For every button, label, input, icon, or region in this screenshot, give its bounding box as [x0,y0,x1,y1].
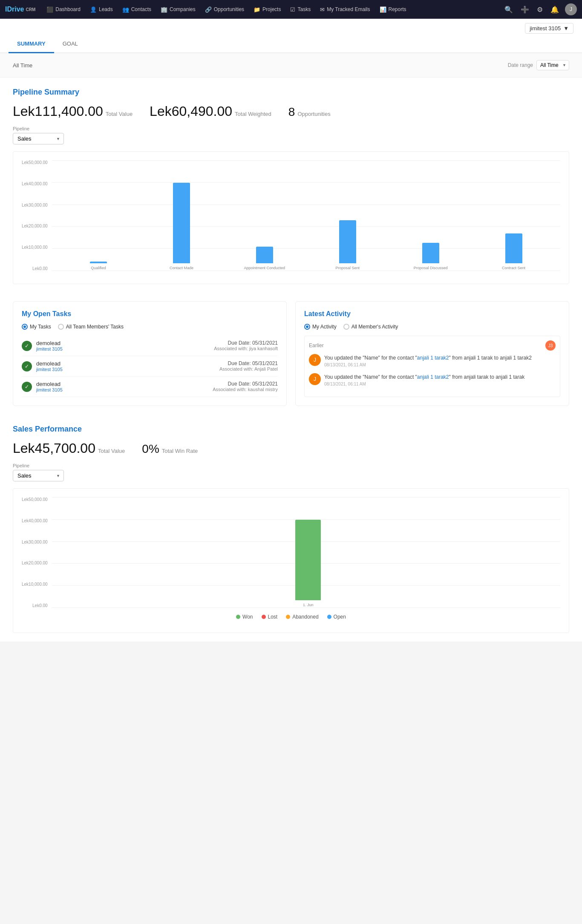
add-icon[interactable]: ➕ [519,4,531,15]
legend-dot [327,615,331,619]
radio-my-tasks[interactable]: My Tasks [22,324,51,330]
sales-performance-section: Sales Performance Lek45,700.00 Total Val… [0,415,582,642]
chart-area: Lek50,000.00 Lek40,000.00 Lek30,000.00 L… [22,160,560,271]
opportunities-count: 8 [288,105,295,119]
brand-logo[interactable]: IDriveCRM [5,6,35,13]
all-time-label: All Time [13,62,32,69]
sales-total-value: Lek45,700.00 [13,440,95,456]
sales-win-rate: 0% [142,442,159,456]
sales-y-label-1: Lek10,000.00 [22,582,48,587]
reports-icon: 📊 [380,6,386,13]
nav-tracked-emails[interactable]: ✉ My Tracked Emails [316,4,374,15]
date-range-group: Date range All Time [508,60,569,70]
legend-label: Abandoned [292,614,318,620]
activity-section-earlier: Earlier J3 [309,340,556,351]
bar [256,247,273,264]
open-tasks-card: My Open Tasks My Tasks All Team Members'… [13,301,287,406]
task-owner[interactable]: jimitest 3105 [36,346,210,351]
sales-chart-area: Lek50,000.00 Lek40,000.00 Lek30,000.00 L… [22,497,560,608]
pipeline-bar-chart: Lek50,000.00 Lek40,000.00 Lek30,000.00 L… [13,151,569,284]
task-item: ✓ demolead jimitest 3105 Due Date: 05/31… [22,336,278,356]
sales-y-axis: Lek50,000.00 Lek40,000.00 Lek30,000.00 L… [22,497,52,608]
activity-scroll[interactable]: Earlier J3 J You updated the "Name" for … [304,336,560,397]
date-range-select[interactable]: All Time [536,60,569,70]
dashboard-icon: ⬛ [46,6,53,13]
activity-avatar: J [309,354,321,366]
task-owner[interactable]: jimitest 3105 [36,387,208,392]
y-label-4: Lek40,000.00 [22,181,48,186]
opportunities-icon: 🔗 [205,6,212,13]
activity-link[interactable]: anjali 1 tarak2 [417,355,449,361]
nav-contacts[interactable]: 👥 Contacts [118,4,156,15]
sales-performance-title: Sales Performance [13,425,569,434]
legend-label: Lost [268,614,278,620]
chart-bars-area: QualifiedContact MadeAppointment Conduct… [52,160,560,271]
tab-goal[interactable]: GOAL [54,35,86,53]
bar-label: Proposal Discussed [414,266,448,271]
search-icon[interactable]: 🔍 [503,4,515,15]
pipeline-select-wrapper: Sales [13,133,64,144]
y-label-1: Lek10,000.00 [22,245,48,250]
legend-dot [236,615,240,619]
nav-leads[interactable]: 👤 Leads [86,4,117,15]
two-col-section: My Open Tasks My Tasks All Team Members'… [0,293,582,415]
notifications-icon[interactable]: 🔔 [549,4,561,15]
task-due-date: Due Date: 05/31/2021 [219,360,278,366]
sales-chart-bars-row: 1. Jun [52,497,560,608]
settings-icon[interactable]: ⚙ [535,4,545,15]
pipeline-label: Pipeline [13,126,569,131]
activity-radio-row: My Activity All Member's Activity [304,324,560,330]
task-name: demolead [36,381,208,387]
radio-my-tasks-dot [22,324,28,330]
radio-my-activity[interactable]: My Activity [304,324,337,330]
nav-companies[interactable]: 🏢 Companies [156,4,200,15]
user-avatar[interactable]: J [565,3,577,15]
user-dropdown[interactable]: jimitest 3105 ▼ [525,23,573,34]
nav-reports[interactable]: 📊 Reports [375,4,411,15]
task-info: demolead jimitest 3105 [36,360,215,372]
sales-pipeline-label: Pipeline [13,463,569,468]
sales-chart-bars-area: 1. Jun [52,497,560,608]
opportunities-stat: 8 Opportunities [288,105,331,119]
email-icon: ✉ [320,6,325,13]
task-associated: Associated with: Anjali Patel [219,366,278,371]
tab-summary[interactable]: SUMMARY [9,35,54,53]
radio-all-activity[interactable]: All Member's Activity [343,324,398,330]
bar [422,243,439,263]
nav-tasks[interactable]: ☑ Tasks [286,4,315,15]
bar [90,262,107,263]
task-due-date: Due Date: 05/31/2021 [213,381,278,387]
chart-legend: WonLostAbandonedOpen [22,614,560,620]
nav-items: ⬛ Dashboard 👤 Leads 👥 Contacts 🏢 Compani… [42,4,503,15]
navbar: IDriveCRM ⬛ Dashboard 👤 Leads 👥 Contacts… [0,0,582,19]
bar-group: Appointment Conducted [226,247,303,271]
sales-y-label-5: Lek50,000.00 [22,497,48,502]
nav-projects[interactable]: 📁 Projects [249,4,285,15]
total-value-label: Total Value [106,111,133,117]
task-owner[interactable]: jimitest 3105 [36,367,215,372]
latest-activity-title: Latest Activity [304,310,560,318]
pipeline-dropdown-row: Pipeline Sales [13,126,569,144]
summary-stats: Lek111,400.00 Total Value Lek60,490.00 T… [13,104,569,119]
bar-group: Contract Sent [475,233,552,271]
radio-all-tasks[interactable]: All Team Members' Tasks [58,324,124,330]
y-label-2: Lek20,000.00 [22,224,48,228]
sales-pipeline-select[interactable]: Sales [13,470,64,481]
bar [339,220,356,263]
chart-bars-row: QualifiedContact MadeAppointment Conduct… [52,160,560,271]
pipeline-select[interactable]: Sales [13,133,64,144]
sales-pipeline-dropdown-row: Pipeline Sales [13,463,569,481]
bar-label: Contact Made [170,266,193,271]
activity-link[interactable]: anjali 1 tarak2 [417,374,449,380]
y-label-3: Lek30,000.00 [22,203,48,207]
nav-dashboard[interactable]: ⬛ Dashboard [42,4,85,15]
date-range-wrapper: All Time [536,60,569,70]
activity-text: You updated the "Name" for the contact "… [324,373,524,381]
tasks-radio-row: My Tasks All Team Members' Tasks [22,324,278,330]
latest-activity-card: Latest Activity My Activity All Member's… [295,301,569,406]
nav-opportunities[interactable]: 🔗 Opportunities [201,4,248,15]
bar-group: Proposal Sent [309,220,386,271]
task-check-icon: ✓ [22,361,32,371]
total-value: Lek111,400.00 [13,104,103,119]
bar [505,233,522,263]
